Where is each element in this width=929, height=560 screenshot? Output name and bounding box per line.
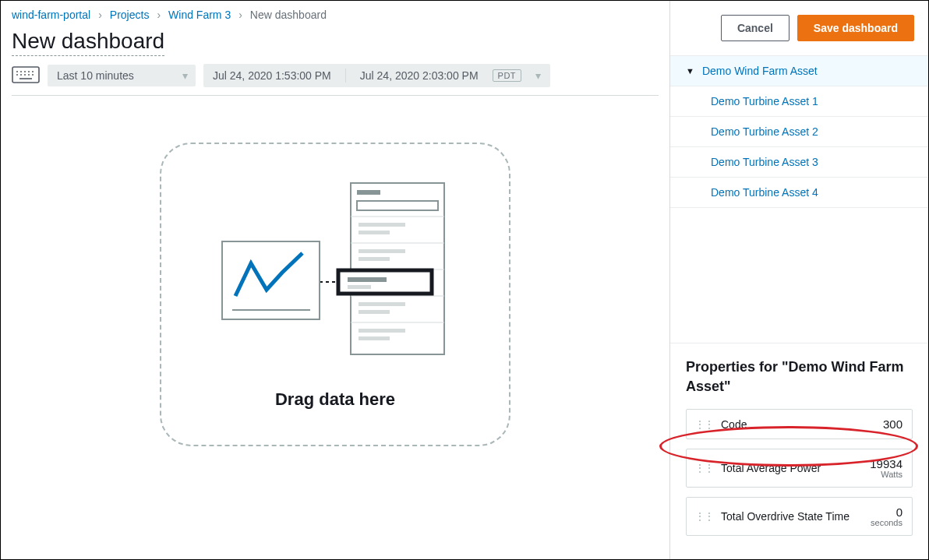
breadcrumb-link-portal[interactable]: wind-farm-portal xyxy=(12,9,90,21)
asset-tree-root[interactable]: ▼ Demo Wind Farm Asset xyxy=(670,56,928,86)
svg-rect-26 xyxy=(359,329,405,333)
breadcrumb-link-projects[interactable]: Projects xyxy=(110,9,150,21)
property-value: 0 xyxy=(896,505,903,519)
drag-handle-icon: ⋮⋮ xyxy=(694,514,713,519)
svg-rect-29 xyxy=(348,277,387,282)
divider xyxy=(345,69,346,83)
asset-tree-root-label: Demo Wind Farm Asset xyxy=(702,65,818,77)
save-dashboard-button[interactable]: Save dashboard xyxy=(797,15,914,41)
property-item-total-overdrive-state-time[interactable]: ⋮⋮ Total Overdrive State Time 0 seconds xyxy=(686,497,913,536)
caret-down-icon: ▾ xyxy=(182,69,188,82)
drop-zone-text: Drag data here xyxy=(275,389,395,410)
svg-rect-20 xyxy=(359,223,405,227)
time-start: Jul 24, 2020 1:53:00 PM xyxy=(213,69,331,82)
svg-rect-21 xyxy=(359,231,390,234)
svg-rect-22 xyxy=(359,249,405,253)
svg-rect-24 xyxy=(359,302,405,306)
property-name: Total Average Power xyxy=(721,462,862,474)
asset-tree-item[interactable]: Demo Turbine Asset 4 xyxy=(670,178,928,208)
property-unit: Watts xyxy=(870,470,903,479)
drag-handle-icon: ⋮⋮ xyxy=(694,422,713,427)
caret-down-icon: ▾ xyxy=(535,69,541,82)
properties-panel: Properties for "Demo Wind Farm Asset" ⋮⋮… xyxy=(670,343,928,559)
svg-rect-14 xyxy=(357,201,438,210)
keyboard-icon[interactable] xyxy=(12,66,40,86)
asset-tree-item[interactable]: Demo Turbine Asset 2 xyxy=(670,117,928,147)
asset-tree-item[interactable]: Demo Turbine Asset 3 xyxy=(670,147,928,178)
property-name: Total Overdrive State Time xyxy=(721,510,863,523)
asset-tree: ▼ Demo Wind Farm Asset Demo Turbine Asse… xyxy=(670,56,928,208)
property-value: 300 xyxy=(883,417,903,431)
chevron-right-icon: › xyxy=(98,9,102,21)
property-unit: seconds xyxy=(871,518,903,527)
time-range-select[interactable]: Last 10 minutes ▾ xyxy=(48,65,196,86)
drop-zone[interactable]: Drag data here xyxy=(160,143,510,446)
timezone-badge: PDT xyxy=(493,69,522,82)
cancel-button[interactable]: Cancel xyxy=(721,15,789,41)
svg-rect-30 xyxy=(348,285,371,289)
properties-title: Properties for "Demo Wind Farm Asset" xyxy=(686,357,913,396)
drag-handle-icon: ⋮⋮ xyxy=(694,466,713,470)
divider xyxy=(12,95,659,96)
time-end: Jul 24, 2020 2:03:00 PM xyxy=(360,69,479,82)
property-name: Code xyxy=(721,418,875,431)
triangle-down-icon: ▼ xyxy=(686,66,694,76)
time-range-label: Last 10 minutes xyxy=(57,69,134,82)
asset-tree-item[interactable]: Demo Turbine Asset 1 xyxy=(670,86,928,117)
property-item-code[interactable]: ⋮⋮ Code 300 xyxy=(686,409,913,439)
time-range-pill[interactable]: Jul 24, 2020 1:53:00 PM Jul 24, 2020 2:0… xyxy=(203,64,550,87)
svg-rect-27 xyxy=(359,336,390,340)
svg-rect-13 xyxy=(357,190,380,195)
breadcrumb-current: New dashboard xyxy=(250,9,327,21)
chevron-right-icon: › xyxy=(238,9,242,21)
chevron-right-icon: › xyxy=(157,9,161,21)
svg-rect-25 xyxy=(359,310,390,314)
breadcrumb: wind-farm-portal › Projects › Wind Farm … xyxy=(12,9,659,21)
property-item-total-average-power[interactable]: ⋮⋮ Total Average Power 19934 Watts xyxy=(686,449,913,488)
property-value: 19934 xyxy=(870,457,903,470)
svg-rect-33 xyxy=(222,241,320,319)
breadcrumb-link-windfarm3[interactable]: Wind Farm 3 xyxy=(168,9,231,21)
drag-data-illustration-icon xyxy=(218,179,452,358)
page-title[interactable]: New dashboard xyxy=(12,29,164,56)
svg-rect-23 xyxy=(359,257,390,261)
